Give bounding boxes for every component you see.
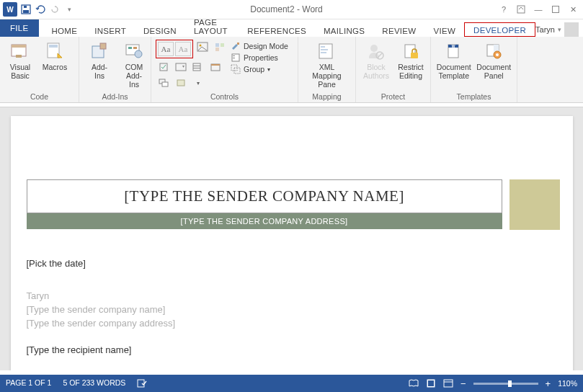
web-layout-icon[interactable] — [443, 378, 453, 388]
com-addins-button[interactable]: COM Add-Ins — [118, 40, 150, 90]
status-page[interactable]: PAGE 1 OF 1 — [6, 378, 51, 388]
svg-rect-53 — [138, 380, 144, 387]
maximize-icon[interactable] — [550, 4, 561, 15]
group-addins-label: Add-Ins — [84, 91, 146, 101]
group-controls-label: Controls — [156, 91, 293, 101]
addins-icon — [89, 41, 110, 61]
read-mode-icon[interactable] — [409, 378, 419, 388]
sender-company-name-field[interactable]: [TYPE THE SENDER COMPANY NAME] — [27, 179, 502, 213]
restrict-editing-icon — [400, 41, 422, 61]
svg-rect-33 — [233, 55, 235, 56]
checkbox-control-icon[interactable] — [156, 60, 172, 74]
user-name[interactable]: Taryn — [535, 25, 555, 34]
visual-basic-button[interactable]: Visual Basic — [4, 40, 36, 81]
user-menu-chevron-icon[interactable]: ▾ — [558, 26, 561, 33]
svg-rect-55 — [428, 380, 434, 386]
content-controls-highlight: Aa Aa — [156, 40, 193, 58]
tab-design[interactable]: DESIGN — [135, 24, 185, 37]
block-authors-label: Block Authors — [363, 63, 389, 80]
svg-rect-22 — [176, 63, 186, 71]
close-icon[interactable]: ✕ — [567, 4, 579, 15]
pick-date-field[interactable]: [Pick the date] — [27, 258, 502, 269]
addins-button[interactable]: Add-Ins — [84, 40, 115, 81]
redo-icon[interactable] — [49, 4, 61, 15]
tab-references[interactable]: REFERENCES — [239, 24, 315, 37]
xml-mapping-icon — [316, 41, 338, 61]
tab-page-layout[interactable]: PAGE LAYOUT — [185, 15, 239, 37]
svg-rect-25 — [193, 68, 200, 68]
avatar[interactable] — [564, 22, 579, 37]
dropdown-control-icon[interactable] — [190, 60, 206, 74]
help-icon[interactable]: ? — [498, 4, 509, 15]
zoom-slider[interactable] — [473, 383, 538, 385]
macros-button[interactable]: Macros — [39, 40, 71, 73]
document-template-icon: W — [443, 41, 465, 61]
restrict-editing-button[interactable]: Restrict Editing — [395, 40, 427, 81]
zoom-level[interactable]: 110% — [558, 379, 577, 388]
tab-home[interactable]: HOME — [43, 24, 86, 37]
page: [TYPE THE SENDER COMPANY NAME] [TYPE THE… — [11, 116, 573, 370]
macros-label: Macros — [43, 63, 67, 71]
date-picker-control-icon[interactable] — [208, 60, 223, 74]
svg-rect-38 — [321, 46, 325, 48]
tab-review[interactable]: REVIEW — [373, 24, 424, 37]
document-area[interactable]: [TYPE THE SENDER COMPANY NAME] [TYPE THE… — [0, 107, 583, 370]
zoom-out-button[interactable]: − — [460, 378, 466, 389]
macros-icon — [44, 41, 66, 61]
svg-rect-11 — [100, 43, 106, 49]
svg-rect-30 — [177, 80, 184, 86]
tab-view[interactable]: VIEW — [424, 24, 464, 37]
legacy-tools-icon[interactable] — [173, 76, 189, 90]
tab-insert[interactable]: INSERT — [86, 24, 135, 37]
building-block-control-icon[interactable] — [212, 40, 228, 54]
properties-button[interactable]: Properties — [231, 53, 288, 63]
recipient-name-field[interactable]: [Type the recipient name] — [27, 344, 502, 355]
qat-more-icon[interactable]: ▾ — [63, 4, 75, 15]
minimize-icon[interactable]: — — [533, 4, 544, 15]
sender-name[interactable]: Taryn — [27, 290, 502, 301]
zoom-in-button[interactable]: + — [546, 378, 551, 389]
combo-box-control-icon[interactable] — [173, 60, 189, 74]
tab-developer[interactable]: DEVELOPER — [464, 22, 535, 37]
picture-control-icon[interactable] — [195, 40, 210, 54]
tab-file[interactable]: FILE — [0, 19, 39, 37]
design-mode-button[interactable]: Design Mode — [231, 41, 288, 51]
xml-mapping-button[interactable]: XML Mapping Pane — [303, 40, 351, 90]
plain-text-control-icon[interactable]: Aa — [175, 42, 191, 56]
svg-rect-2 — [24, 6, 27, 8]
design-mode-icon — [231, 41, 241, 51]
sender-company-field[interactable]: [Type the sender company name] — [27, 304, 502, 315]
legacy-dropdown-icon[interactable]: ▾ — [190, 76, 206, 90]
status-words[interactable]: 5 OF 233 WORDS — [63, 378, 125, 388]
block-authors-button[interactable]: Block Authors — [360, 40, 392, 81]
svg-rect-20 — [215, 48, 219, 51]
properties-label: Properties — [244, 53, 278, 62]
svg-rect-4 — [553, 6, 559, 13]
svg-rect-31 — [237, 43, 239, 45]
print-layout-icon[interactable] — [426, 378, 436, 388]
save-icon[interactable] — [20, 4, 32, 15]
group-chevron-icon: ▾ — [267, 66, 270, 73]
visual-basic-label: Visual Basic — [10, 63, 30, 80]
svg-rect-45 — [411, 53, 418, 58]
svg-rect-39 — [321, 49, 328, 50]
addins-label: Add-Ins — [86, 63, 112, 80]
group-button[interactable]: Group ▾ — [231, 64, 288, 74]
svg-rect-13 — [128, 47, 132, 49]
svg-point-41 — [370, 45, 378, 52]
repeating-control-icon[interactable] — [156, 76, 172, 90]
ribbon-options-icon[interactable] — [515, 4, 527, 15]
sender-company-address-field[interactable]: [TYPE THE SENDER COMPANY ADDRESS] — [27, 213, 502, 229]
proofing-icon[interactable] — [137, 378, 147, 388]
com-addins-icon — [123, 41, 145, 61]
block-authors-icon — [365, 41, 387, 61]
accent-box — [509, 179, 560, 230]
visual-basic-icon — [9, 41, 31, 61]
svg-rect-24 — [193, 66, 200, 66]
undo-icon[interactable] — [35, 4, 46, 15]
document-panel-button[interactable]: Document Panel — [476, 40, 513, 81]
rich-text-control-icon[interactable]: Aa — [158, 42, 174, 56]
sender-address-field[interactable]: [Type the sender company address] — [27, 318, 502, 329]
tab-mailings[interactable]: MAILINGS — [315, 24, 373, 37]
document-template-button[interactable]: W Document Template — [435, 40, 473, 81]
